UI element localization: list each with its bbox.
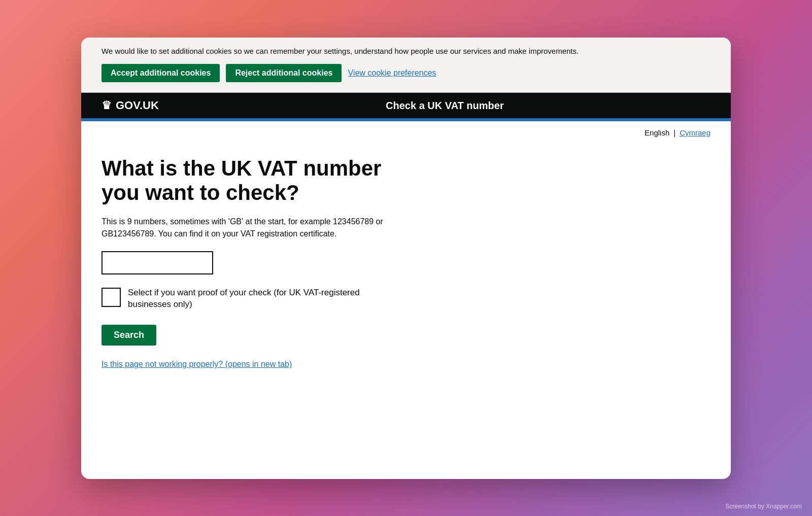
cookie-buttons: Accept additional cookies Reject additio… [101, 64, 710, 82]
hint-text: This is 9 numbers, sometimes with 'GB' a… [101, 216, 416, 240]
crown-icon: ♛ [101, 99, 112, 112]
view-cookie-preferences-link[interactable]: View cookie preferences [348, 68, 436, 78]
search-button[interactable]: Search [101, 325, 156, 346]
header-page-title: Check a UK VAT number [179, 100, 710, 112]
gov-header: ♛ GOV.UK Check a UK VAT number [81, 93, 731, 118]
cookie-banner: We would like to set additional cookies … [81, 38, 731, 93]
browser-window: We would like to set additional cookies … [81, 38, 731, 479]
screenshot-credit: Screenshot by Xnapper.com [725, 503, 802, 510]
page-not-working-link[interactable]: Is this page not working properly? (open… [101, 360, 292, 368]
gov-logo-link[interactable]: ♛ GOV.UK [101, 99, 159, 112]
language-separator: | [673, 128, 675, 137]
accept-cookies-button[interactable]: Accept additional cookies [101, 64, 220, 82]
welsh-language-link[interactable]: Cymraeg [680, 128, 710, 137]
language-switcher: English | Cymraeg [81, 121, 731, 141]
vat-number-input[interactable] [101, 251, 213, 274]
gov-logo-text: GOV.UK [116, 99, 159, 112]
cookie-banner-text: We would like to set additional cookies … [101, 46, 710, 57]
checkbox-label[interactable]: Select if you want proof of your check (… [128, 287, 376, 311]
checkbox-wrapper: Select if you want proof of your check (… [101, 287, 376, 311]
page-heading: What is the UK VAT number you want to ch… [101, 156, 416, 205]
reject-cookies-button[interactable]: Reject additional cookies [226, 64, 342, 82]
main-content: What is the UK VAT number you want to ch… [81, 141, 731, 479]
proof-checkbox[interactable] [101, 288, 121, 307]
language-current: English [645, 128, 669, 137]
